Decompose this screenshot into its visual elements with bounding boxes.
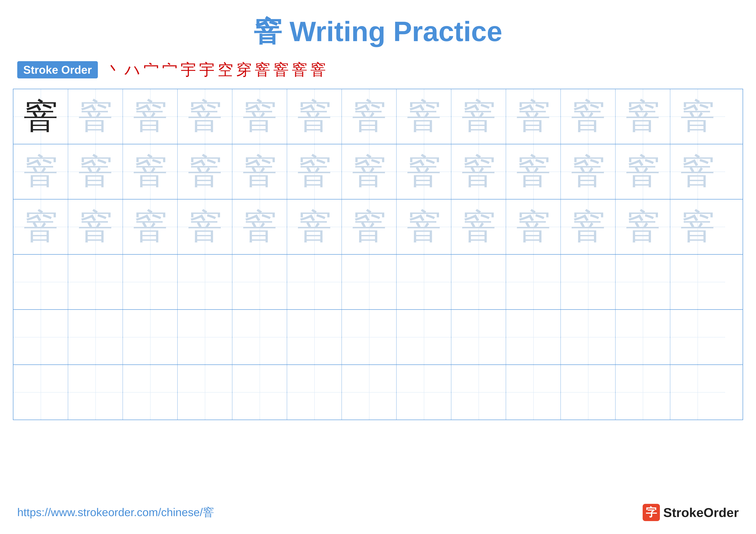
stroke-step-6: 宇	[199, 60, 215, 80]
title-char: 窨	[254, 16, 282, 47]
grid-cell-2-12[interactable]: 窨	[670, 199, 725, 254]
grid-cell-5-6[interactable]	[342, 365, 396, 420]
grid-cell-2-7[interactable]: 窨	[396, 199, 451, 254]
grid-cell-3-12[interactable]	[670, 255, 725, 309]
stroke-step-7: 空	[218, 60, 233, 80]
stroke-step-4: 宀	[162, 60, 177, 80]
grid-cell-3-8[interactable]	[451, 255, 506, 309]
grid-cell-0-10[interactable]: 窨	[561, 89, 615, 144]
grid-cell-1-2[interactable]: 窨	[123, 144, 177, 199]
footer-logo: 字 StrokeOrder	[643, 504, 739, 521]
grid-cell-1-0[interactable]: 窨	[14, 144, 68, 199]
grid-cell-3-1[interactable]	[68, 255, 123, 309]
grid-cell-2-4[interactable]: 窨	[232, 199, 287, 254]
grid-cell-1-3[interactable]: 窨	[177, 144, 232, 199]
grid-cell-0-6[interactable]: 窨	[342, 89, 396, 144]
grid-cell-4-5[interactable]	[287, 310, 342, 365]
grid-cell-0-7[interactable]: 窨	[396, 89, 451, 144]
grid-cell-0-1[interactable]: 窨	[68, 89, 123, 144]
grid-cell-3-9[interactable]	[506, 255, 561, 309]
grid-cell-5-8[interactable]	[451, 365, 506, 420]
grid-cell-5-4[interactable]	[232, 365, 287, 420]
grid-cell-2-10[interactable]: 窨	[561, 199, 615, 254]
grid-cell-3-10[interactable]	[561, 255, 615, 309]
grid-cell-4-0[interactable]	[14, 310, 68, 365]
grid-cell-2-1[interactable]: 窨	[68, 199, 123, 254]
practice-grid: 窨 窨 窨 窨 窨 窨 窨 窨 窨 窨 窨 窨 窨 窨 窨 窨 窨 窨 窨 窨 …	[13, 89, 743, 420]
grid-cell-0-3[interactable]: 窨	[177, 89, 232, 144]
grid-cell-4-4[interactable]	[232, 310, 287, 365]
grid-cell-4-8[interactable]	[451, 310, 506, 365]
stroke-order-badge: Stroke Order	[17, 61, 98, 78]
grid-cell-4-11[interactable]	[615, 310, 670, 365]
grid-cell-5-10[interactable]	[561, 365, 615, 420]
grid-cell-5-1[interactable]	[68, 365, 123, 420]
grid-cell-5-0[interactable]	[14, 365, 68, 420]
grid-cell-1-6[interactable]: 窨	[342, 144, 396, 199]
grid-cell-3-5[interactable]	[287, 255, 342, 309]
grid-cell-4-10[interactable]	[561, 310, 615, 365]
char-dark: 窨	[23, 93, 58, 140]
grid-cell-5-5[interactable]	[287, 365, 342, 420]
stroke-step-11: 窨	[292, 60, 307, 80]
grid-cell-5-11[interactable]	[615, 365, 670, 420]
grid-cell-5-2[interactable]	[123, 365, 177, 420]
page-title: 窨 Writing Practice	[0, 13, 756, 51]
footer: https://www.strokeorder.com/chinese/窨 字 …	[0, 504, 756, 521]
grid-cell-0-12[interactable]: 窨	[670, 89, 725, 144]
grid-cell-2-6[interactable]: 窨	[342, 199, 396, 254]
grid-cell-4-1[interactable]	[68, 310, 123, 365]
grid-cell-3-6[interactable]	[342, 255, 396, 309]
grid-cell-0-5[interactable]: 窨	[287, 89, 342, 144]
grid-cell-1-8[interactable]: 窨	[451, 144, 506, 199]
grid-cell-2-2[interactable]: 窨	[123, 199, 177, 254]
grid-cell-0-11[interactable]: 窨	[615, 89, 670, 144]
stroke-step-3: 宀	[144, 60, 159, 80]
stroke-step-12: 窨	[310, 60, 326, 80]
grid-cell-1-7[interactable]: 窨	[396, 144, 451, 199]
footer-url[interactable]: https://www.strokeorder.com/chinese/窨	[17, 505, 214, 520]
grid-cell-0-4[interactable]: 窨	[232, 89, 287, 144]
grid-cell-4-12[interactable]	[670, 310, 725, 365]
grid-cell-1-9[interactable]: 窨	[506, 144, 561, 199]
stroke-step-9: 窨	[255, 60, 270, 80]
grid-cell-4-3[interactable]	[177, 310, 232, 365]
stroke-order-row: Stroke Order 丶 ハ 宀 宀 宇 宇 空 穿 窨 窨 窨 窨	[17, 60, 756, 80]
grid-cell-4-2[interactable]	[123, 310, 177, 365]
grid-cell-4-7[interactable]	[396, 310, 451, 365]
grid-row-5	[14, 365, 742, 420]
grid-cell-5-3[interactable]	[177, 365, 232, 420]
grid-cell-4-9[interactable]	[506, 310, 561, 365]
grid-cell-2-11[interactable]: 窨	[615, 199, 670, 254]
grid-cell-3-4[interactable]	[232, 255, 287, 309]
grid-cell-0-8[interactable]: 窨	[451, 89, 506, 144]
grid-cell-3-0[interactable]	[14, 255, 68, 309]
grid-cell-2-9[interactable]: 窨	[506, 199, 561, 254]
grid-cell-1-4[interactable]: 窨	[232, 144, 287, 199]
grid-cell-0-0[interactable]: 窨	[14, 89, 68, 144]
grid-cell-2-3[interactable]: 窨	[177, 199, 232, 254]
strokeorder-logo-icon: 字	[643, 504, 660, 521]
stroke-step-8: 穿	[236, 60, 252, 80]
grid-cell-1-12[interactable]: 窨	[670, 144, 725, 199]
grid-cell-3-2[interactable]	[123, 255, 177, 309]
grid-cell-5-7[interactable]	[396, 365, 451, 420]
stroke-steps: 丶 ハ 宀 宀 宇 宇 空 穿 窨 窨 窨 窨	[106, 60, 326, 80]
grid-cell-1-5[interactable]: 窨	[287, 144, 342, 199]
grid-cell-1-11[interactable]: 窨	[615, 144, 670, 199]
grid-cell-4-6[interactable]	[342, 310, 396, 365]
stroke-step-2: ハ	[124, 60, 141, 80]
grid-cell-1-10[interactable]: 窨	[561, 144, 615, 199]
grid-cell-5-9[interactable]	[506, 365, 561, 420]
grid-cell-2-0[interactable]: 窨	[14, 199, 68, 254]
grid-cell-1-1[interactable]: 窨	[68, 144, 123, 199]
grid-row-0: 窨 窨 窨 窨 窨 窨 窨 窨 窨 窨 窨 窨 窨	[14, 89, 742, 144]
grid-cell-3-7[interactable]	[396, 255, 451, 309]
grid-cell-2-5[interactable]: 窨	[287, 199, 342, 254]
grid-cell-3-3[interactable]	[177, 255, 232, 309]
grid-cell-5-12[interactable]	[670, 365, 725, 420]
grid-cell-3-11[interactable]	[615, 255, 670, 309]
grid-cell-0-9[interactable]: 窨	[506, 89, 561, 144]
grid-cell-2-8[interactable]: 窨	[451, 199, 506, 254]
grid-cell-0-2[interactable]: 窨	[123, 89, 177, 144]
